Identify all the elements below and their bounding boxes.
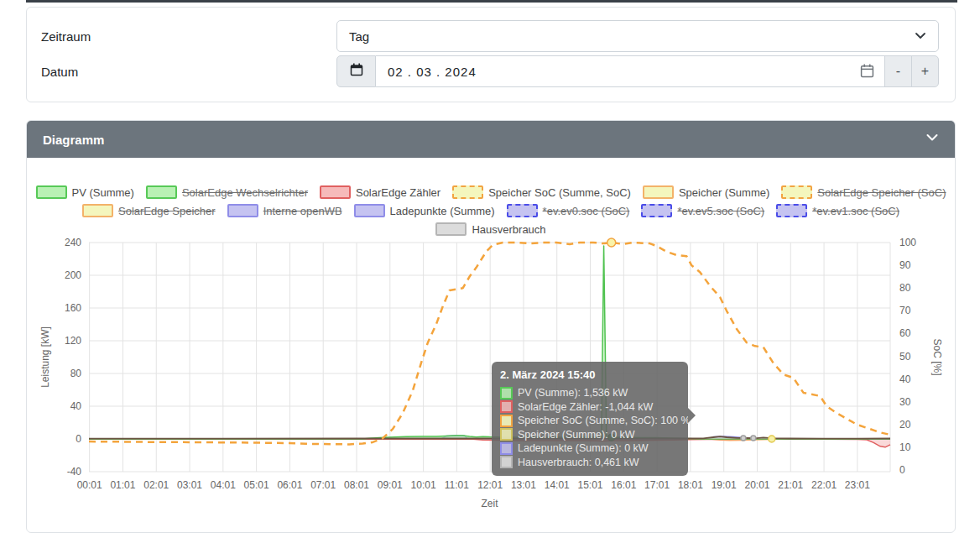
legend-item[interactable]: *ev.ev0.soc (SoC) bbox=[507, 204, 630, 217]
svg-text:160: 160 bbox=[65, 302, 81, 314]
svg-text:SoC [%]: SoC [%] bbox=[931, 338, 943, 375]
series-line bbox=[89, 243, 890, 444]
svg-text:16:01: 16:01 bbox=[611, 479, 636, 491]
tooltip-row: Ladepunkte (Summe): 0 kW bbox=[500, 441, 680, 456]
legend-label: Ladepunkte (Summe) bbox=[390, 205, 495, 217]
zeitraum-row: Zeitraum Tag bbox=[41, 20, 939, 52]
svg-text:13:01: 13:01 bbox=[511, 479, 536, 491]
tooltip-caret bbox=[688, 408, 696, 423]
legend-swatch bbox=[452, 185, 483, 199]
zeitraum-select[interactable]: Tag bbox=[336, 20, 939, 52]
legend-item[interactable]: Speicher (Summe) bbox=[643, 185, 769, 199]
svg-text:09:01: 09:01 bbox=[378, 479, 403, 491]
svg-text:0: 0 bbox=[76, 433, 81, 445]
tooltip-text: Hausverbrauch: 0,461 kW bbox=[518, 456, 639, 470]
svg-text:Leistung [kW]: Leistung [kW] bbox=[39, 326, 51, 388]
decrement-button[interactable]: - bbox=[884, 55, 912, 87]
svg-text:15:01: 15:01 bbox=[578, 479, 603, 491]
legend-swatch bbox=[781, 185, 812, 199]
legend-item[interactable]: Speicher SoC (Summe, SoC) bbox=[452, 185, 631, 199]
legend-label: SolarEdge Speicher bbox=[118, 205, 216, 217]
svg-text:02:01: 02:01 bbox=[143, 479, 169, 491]
legend-item[interactable]: *ev.ev1.soc (SoC) bbox=[776, 204, 899, 217]
svg-text:60: 60 bbox=[899, 327, 911, 339]
tooltip-text: Speicher (Summe): 0 kW bbox=[518, 428, 635, 442]
legend-item[interactable]: SolarEdge Speicher (SoC) bbox=[781, 185, 946, 199]
svg-text:07:01: 07:01 bbox=[310, 479, 336, 491]
svg-text:04:01: 04:01 bbox=[211, 479, 236, 491]
tooltip-rows: PV (Summe): 1,536 kWSolarEdge Zähler: -1… bbox=[500, 386, 680, 469]
date-input[interactable] bbox=[376, 55, 885, 87]
tooltip-text: PV (Summe): 1,536 kW bbox=[518, 386, 628, 400]
legend-swatch bbox=[36, 185, 67, 199]
tooltip-title: 2. März 2024 15:40 bbox=[500, 368, 680, 381]
svg-text:70: 70 bbox=[899, 305, 911, 316]
collapse-chevron-icon[interactable] bbox=[925, 131, 939, 148]
legend-item[interactable]: SolarEdge Wechselrichter bbox=[146, 185, 308, 199]
legend-item[interactable]: SolarEdge Speicher bbox=[82, 204, 216, 217]
legend-item[interactable]: Interne openWB bbox=[227, 204, 342, 217]
legend-item[interactable]: *ev.ev5.soc (SoC) bbox=[641, 204, 764, 217]
date-field-wrap bbox=[376, 55, 885, 87]
calendar-button[interactable] bbox=[336, 55, 376, 87]
legend-item[interactable]: Ladepunkte (Summe) bbox=[354, 204, 495, 217]
increment-button[interactable]: + bbox=[911, 55, 939, 87]
datum-label: Datum bbox=[41, 65, 336, 79]
legend-label: Interne openWB bbox=[263, 205, 342, 217]
chart-tooltip: 2. März 2024 15:40 PV (Summe): 1,536 kWS… bbox=[492, 362, 688, 476]
series bbox=[89, 238, 890, 447]
tooltip-row: Speicher SoC (Summe, SoC): 100 % bbox=[500, 414, 680, 428]
tooltip-swatch bbox=[500, 456, 513, 468]
diagramm-title: Diagramm bbox=[43, 133, 104, 147]
svg-text:40: 40 bbox=[70, 400, 82, 412]
svg-text:120: 120 bbox=[65, 335, 81, 347]
legend-swatch bbox=[354, 204, 385, 217]
svg-text:18:01: 18:01 bbox=[678, 479, 703, 491]
legend-label: Speicher (Summe) bbox=[679, 186, 769, 199]
tooltip-text: Ladepunkte (Summe): 0 kW bbox=[518, 441, 649, 456]
svg-text:0: 0 bbox=[899, 464, 905, 476]
svg-text:20: 20 bbox=[899, 419, 911, 431]
svg-text:80: 80 bbox=[70, 368, 82, 379]
legend-row: SolarEdge SpeicherInterne openWBLadepunk… bbox=[27, 201, 955, 220]
datum-row: Datum bbox=[41, 55, 939, 87]
chart-marker bbox=[769, 436, 775, 442]
legend-label: SolarEdge Zähler bbox=[356, 186, 440, 199]
tooltip-row: Hausverbrauch: 0,461 kW bbox=[500, 456, 680, 470]
tooltip-swatch bbox=[500, 415, 513, 427]
svg-text:100: 100 bbox=[899, 237, 916, 248]
legend-label: *ev.ev0.soc (SoC) bbox=[543, 205, 630, 217]
calendar-icon bbox=[350, 63, 363, 80]
legend-label: *ev.ev5.soc (SoC) bbox=[677, 205, 764, 217]
legend-swatch bbox=[227, 204, 258, 217]
svg-text:-40: -40 bbox=[67, 466, 82, 478]
chart-marker bbox=[751, 436, 756, 441]
svg-text:10: 10 bbox=[899, 441, 911, 453]
legend-swatch bbox=[776, 204, 807, 217]
legend-swatch bbox=[320, 185, 351, 199]
svg-text:200: 200 bbox=[65, 269, 81, 281]
legend-label: Speicher SoC (Summe, SoC) bbox=[488, 186, 631, 199]
legend-item[interactable]: PV (Summe) bbox=[36, 185, 134, 199]
svg-text:22:01: 22:01 bbox=[811, 479, 837, 491]
svg-text:14:01: 14:01 bbox=[545, 479, 570, 491]
svg-text:20:01: 20:01 bbox=[744, 479, 769, 491]
svg-text:06:01: 06:01 bbox=[277, 479, 302, 491]
svg-text:17:01: 17:01 bbox=[644, 479, 670, 491]
diagramm-header[interactable]: Diagramm bbox=[27, 121, 955, 158]
legend-row: PV (Summe)SolarEdge WechselrichterSolarE… bbox=[27, 183, 955, 201]
legend-item[interactable]: SolarEdge Zähler bbox=[320, 185, 440, 199]
legend-label: SolarEdge Wechselrichter bbox=[182, 186, 308, 199]
svg-text:01:01: 01:01 bbox=[110, 479, 135, 491]
svg-text:21:01: 21:01 bbox=[778, 479, 803, 491]
filter-card: Zeitraum Tag Datum bbox=[26, 7, 956, 102]
datepicker-icon[interactable] bbox=[860, 64, 874, 81]
svg-text:03:01: 03:01 bbox=[177, 479, 202, 491]
legend-swatch bbox=[641, 204, 672, 217]
tooltip-swatch bbox=[500, 387, 513, 399]
chart-area[interactable]: 24020016012080400-4010090807060504030201… bbox=[34, 230, 951, 528]
chart-marker bbox=[741, 436, 746, 441]
zeitraum-label: Zeitraum bbox=[41, 29, 336, 44]
legend-swatch bbox=[82, 204, 113, 217]
svg-text:240: 240 bbox=[65, 237, 81, 248]
